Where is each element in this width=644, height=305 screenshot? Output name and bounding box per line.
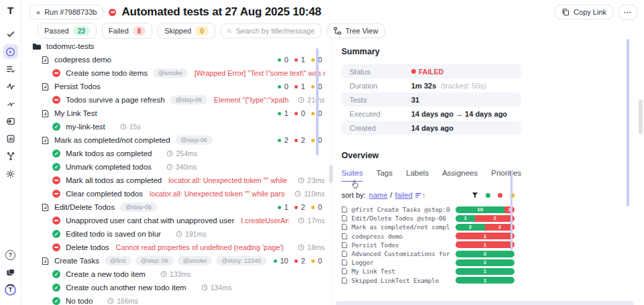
suite-list-scrollbar[interactable] [511,171,513,250]
test-error-message: [Wrapped Error] "Text \"some text\" was … [195,69,325,77]
failed-segment: 2 [504,206,515,213]
tree-row-test[interactable]: Create some todo items @smoke [Wrapped E… [21,66,331,80]
report-chart-icon[interactable] [3,131,18,146]
tree-row-suite[interactable]: codepress demo 0 1 0 [21,53,331,66]
runs-play-icon[interactable] [3,44,18,59]
right-panel-scrollbar[interactable] [627,39,629,206]
help-icon[interactable]: ? [3,247,18,262]
page-title: Automated tests at 27 Aug 2025 10:48 [121,5,321,19]
tree-view-button[interactable]: Tree View [327,23,385,38]
tree-row-test[interactable]: Unapproved user cant chat with unapprove… [21,214,331,227]
tree-row-test[interactable]: Mark todos as completed 254ms [21,147,331,160]
skipped-dot [311,206,315,209]
suite-bar-name: codepress demo [352,233,450,240]
tab-priorities[interactable]: Priorities [491,169,521,182]
tree-row-test[interactable]: Edited todo is saved on blur 191ms [21,227,331,241]
more-menu-button[interactable]: ⋯ [619,5,637,20]
suite-bar-row[interactable]: My Link Test 1 [341,267,515,276]
search-input[interactable] [236,27,315,35]
duration-value: 254ms [176,149,197,158]
suite-bar-row[interactable]: codepress demo 1 [341,232,515,241]
sort-by-name-link[interactable]: name [369,191,388,199]
sort-by-failed-link[interactable]: failed [395,191,413,199]
summary-row: Status FAILED [341,64,521,78]
suite-file-icon [42,257,49,265]
suite-bar-row[interactable]: Mark as completed/not comple… 22 [341,223,515,231]
tag-pill: @step-06 [170,95,207,105]
tests-check-icon[interactable] [3,27,18,42]
test-status-icon [52,163,60,171]
tree-row-suite[interactable]: Mark as completed/not completed @step-06… [21,133,331,147]
tree-row-suite[interactable]: Create Tasks @first@step: 06@smoke@story… [21,254,331,267]
tree-row-suite[interactable]: Edit/Delete Todos @step-06 1 2 0 [21,200,331,214]
filter-passed-button[interactable]: Passed 23 [38,23,97,39]
filter-bar: Passed 23 Failed 8 Skipped 0 Tree View [21,20,644,39]
copy-link-label: Copy Link [574,8,606,16]
suite-bar-row[interactable]: Advanced Customizations for … 2 [341,249,515,258]
tree-row-test[interactable]: my-link-test 15s [21,120,331,133]
test-name: Clear completed todos [66,190,143,198]
tab-labels[interactable]: Labels [406,169,429,182]
test-duration: 18ms [298,243,325,251]
tree-row-test[interactable]: Create a new todo item 133ms [21,267,331,281]
tree-row-folder[interactable]: todomvc-tests [21,40,331,53]
copy-link-button[interactable]: Copy Link [555,5,613,19]
import-icon[interactable] [3,114,18,129]
suite-bar-row[interactable]: Edit/Delete Todos @step-06 12 [341,214,515,223]
run-failed-status-icon [109,9,116,16]
docs-icon[interactable] [3,265,18,280]
mini-pulse-icon[interactable] [3,97,18,111]
suite-bar-row[interactable]: Logger 2 [341,258,515,267]
test-name: No todo [66,297,93,305]
settings-gear-icon[interactable] [3,166,18,181]
legend-passed-dot[interactable] [486,193,490,198]
folder-name: todomvc-tests [46,42,95,50]
test-status-icon [52,96,60,104]
checklist-icon[interactable] [3,62,18,76]
window-scrollbar[interactable] [639,99,643,134]
summary-row: Executed 14 days ago → 14 days ago [341,107,521,121]
tree-row-suite[interactable]: My Link Test 1 0 0 [21,107,331,120]
test-tags: @smoke [153,68,188,78]
tree-scrollbar[interactable] [316,48,319,156]
sort-row: sort by: name / failed ↑ [341,191,515,199]
tree-row-test[interactable]: Create ouch another new todo item 134ms [21,281,331,294]
tree-row-test[interactable]: Todos survive a page refresh @step-06 El… [21,93,331,107]
tree-row-test[interactable]: Mark all todos as completed locator.all:… [21,174,331,187]
suite-name: Mark as completed/not completed [54,136,170,144]
suite-bar-row[interactable]: Persist Todos 1 [341,241,515,249]
run-back-button[interactable]: « Run #7988733b [30,5,103,19]
test-duration: 17ms [298,217,325,225]
test-status-icon [52,270,60,278]
test-status-icon [52,284,60,292]
filter-skipped-button[interactable]: Skipped 0 [158,23,215,39]
clock-icon [160,271,167,278]
tab-tags[interactable]: Tags [376,169,392,182]
tree-row-test[interactable]: Delete todos Cannot read properties of u… [21,241,331,254]
branch-icon[interactable] [3,149,18,164]
passed-label: Passed [44,27,69,35]
test-error-message: Element "{"type":"xpath","output":"1 tod… [214,96,288,104]
suite-bar-name: Mark as completed/not comple… [352,223,450,231]
tree-row-test[interactable]: No todo 166ms [21,294,331,305]
tab-assignees[interactable]: Assignees [442,169,478,182]
legend-failed-dot[interactable] [498,193,502,198]
tree-row-test[interactable]: Clear completed todos locator.all: Unexp… [21,187,331,200]
suite-tags: @first@step: 06@smoke@story: 12345 [105,256,266,265]
tree-row-test[interactable]: Unmark completed todos 340ms [21,160,331,174]
filter-failed-button[interactable]: Failed 8 [102,23,153,39]
search-box[interactable] [221,23,321,38]
clock-icon [298,97,305,103]
tree-row-suite[interactable]: Persist Todos 0 1 0 [21,80,331,93]
filter-funnel-icon[interactable] [472,192,478,198]
passed-segment: 1 [455,277,515,284]
passed-count: 2 [284,136,288,144]
test-tree-panel: todomvc-tests codepress demo 0 1 0 Creat… [21,39,331,305]
account-logo-icon[interactable]: T [3,282,18,297]
suite-bar-row[interactable]: @first Create Tasks @step:06… 102 [341,205,515,214]
pulse-icon[interactable] [3,79,18,94]
suite-bar-row[interactable]: Skipped LinkTest Example 1 [341,276,515,285]
test-status-icon [52,230,60,238]
passed-count: 0 [284,82,288,90]
passed-segment: 2 [455,251,515,257]
